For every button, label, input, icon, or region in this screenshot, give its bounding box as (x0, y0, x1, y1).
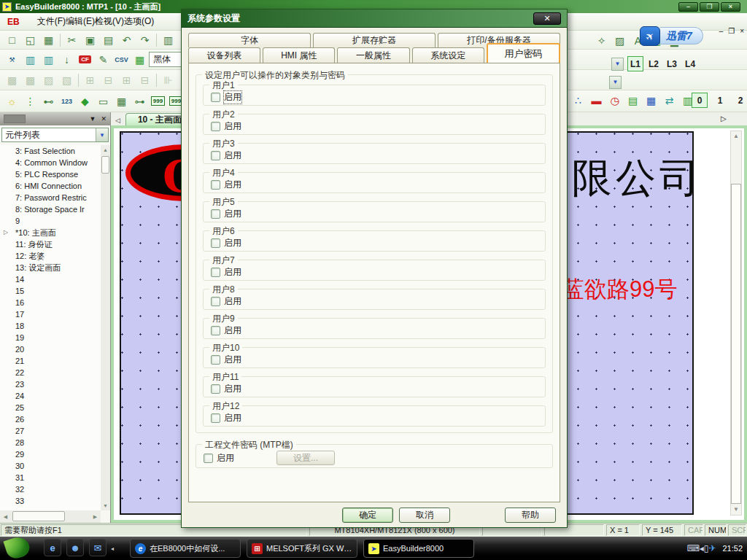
tree-item[interactable]: 19 (0, 332, 101, 343)
tree-item[interactable]: 5: PLC Response (0, 168, 101, 180)
minimize-button[interactable]: – (678, 2, 698, 12)
thunder7-widget[interactable]: ✈ 迅雷7 (640, 26, 703, 46)
alarm-display-button[interactable]: ◷ (605, 93, 624, 109)
enable-checkbox[interactable] (211, 122, 220, 131)
tree-item[interactable]: 27 (0, 425, 101, 437)
panel-close-icon[interactable]: ✕ (101, 115, 107, 122)
align-center-button[interactable]: ⊟ (99, 72, 117, 88)
tools-button[interactable]: ⚒ (3, 52, 21, 68)
tray-thunder-icon[interactable]: ✈ (708, 543, 716, 553)
edit-button[interactable]: ✎ (94, 52, 112, 68)
scroll-right-icon[interactable]: ▶ (90, 510, 101, 523)
state-combo[interactable]: ▼ (609, 76, 622, 89)
ungroup-button[interactable]: ▩ (21, 72, 39, 88)
table-button[interactable]: ▦ (131, 52, 149, 68)
tree-item[interactable]: 4: Common Window (0, 157, 101, 168)
tree-item[interactable]: 6: HMI Connection (0, 180, 101, 192)
scheduler-button[interactable]: ▦ (642, 93, 660, 109)
menu-view[interactable]: 检视(V) (95, 16, 124, 26)
enable-label[interactable]: 启用 (224, 208, 241, 220)
tab-general[interactable]: 一般属性 (337, 47, 409, 63)
layer-button[interactable]: L4 (682, 56, 698, 71)
address-text-object[interactable]: 蓝欲路99号 (562, 274, 677, 305)
enable-checkbox[interactable] (211, 384, 220, 394)
task-browser[interactable]: e 在EB8000中如何设... (130, 539, 241, 558)
tree-item[interactable]: 28 (0, 437, 101, 448)
redo-button[interactable]: ↷ (136, 32, 154, 48)
enable-checkbox[interactable] (211, 355, 220, 365)
thunder-bird-icon[interactable]: ✈ (640, 26, 660, 46)
mdi-restore-button[interactable]: ❐ (728, 27, 735, 35)
tree-item[interactable]: 7: Password Restric (0, 192, 101, 203)
tree-item[interactable]: 8: Storage Space Ir (0, 203, 101, 215)
cancel-button[interactable]: 取消 (399, 508, 450, 523)
layer-button[interactable]: L1 (627, 56, 643, 71)
print-button[interactable]: ▥ (159, 32, 177, 48)
separator[interactable] (76, 72, 81, 88)
task-melsoft[interactable]: ⊞ MELSOFT系列 GX Wo... (247, 539, 357, 558)
tree-item[interactable]: 11: 身份证 (0, 238, 101, 250)
tree-item[interactable]: 18 (0, 320, 101, 332)
tree-item[interactable]: 23 (0, 378, 101, 390)
simulate-button[interactable]: ▥ (39, 52, 58, 68)
state-button[interactable]: 2 (732, 93, 747, 108)
mdi-minimize-button[interactable]: – (719, 27, 724, 35)
tab-font[interactable]: 字体 (188, 33, 311, 47)
scroll-up-icon[interactable]: ▲ (101, 145, 110, 155)
new-button[interactable]: □ (3, 32, 21, 48)
set-word-button[interactable]: 123 (58, 93, 76, 109)
data-transfer-button[interactable]: ⇄ (660, 93, 678, 109)
csv-export-button[interactable]: CSV (112, 52, 131, 68)
word-lamp-button[interactable]: ⋮ (21, 93, 39, 109)
tree-item[interactable]: 20 (0, 343, 101, 355)
quicklaunch-expand-icon[interactable]: ◂ (111, 545, 114, 552)
state-button[interactable]: 1 (712, 93, 728, 108)
enable-checkbox[interactable] (211, 151, 220, 160)
enable-label[interactable]: 启用 (224, 354, 241, 366)
enable-label[interactable]: 启用 (224, 237, 241, 249)
dialog-titlebar[interactable]: 系统参数设置 ✕ (182, 9, 567, 28)
scroll-thumb[interactable] (101, 156, 109, 174)
close-button[interactable]: × (721, 2, 740, 12)
layer-button[interactable]: L2 (646, 56, 662, 71)
enable-label[interactable]: 启用 (224, 149, 241, 162)
tab-device-list[interactable]: 设备列表 (188, 47, 260, 63)
function-key-button[interactable]: ◆ (76, 93, 94, 109)
restore-button[interactable]: ❐ (700, 2, 719, 12)
layer-button[interactable]: L3 (664, 56, 680, 71)
tree-item[interactable]: 13: 设定画面 (0, 262, 101, 273)
layer-back-button[interactable]: ▧ (58, 72, 76, 88)
enable-label[interactable]: 启用 (224, 120, 241, 133)
menu-option[interactable]: 选项(O) (124, 16, 154, 26)
tree-item[interactable]: 9 (0, 215, 101, 227)
tree-item[interactable]: ▷*10: 主画面 (0, 227, 101, 238)
tree-item[interactable]: 17 (0, 308, 101, 320)
copy-button[interactable]: ▣ (81, 32, 99, 48)
slide-switch-button[interactable]: ⊶ (131, 93, 149, 109)
paste-button[interactable]: ▤ (99, 32, 117, 48)
quicklaunch-ie-icon[interactable]: e (44, 539, 61, 556)
tree-item[interactable]: 3: Fast Selection (0, 145, 101, 157)
enable-checkbox[interactable] (204, 454, 213, 463)
tree-item[interactable]: 25 (0, 402, 101, 413)
panel-view-combo[interactable]: 元件列表 ▼ (1, 128, 109, 142)
hatch-icon[interactable]: ▨ (611, 33, 629, 49)
numeric-input-button[interactable]: ▦ (112, 93, 131, 109)
separator[interactable] (154, 72, 159, 88)
align-right-button[interactable]: ⊞ (117, 72, 136, 88)
tree-item[interactable]: 32 (0, 483, 101, 495)
state-button[interactable]: 0 (692, 93, 708, 108)
download-button[interactable]: ↓ (58, 52, 76, 68)
undo-button[interactable]: ↶ (117, 32, 136, 48)
help-button[interactable]: 帮助 (505, 508, 556, 523)
distribute-button[interactable]: ⊪ (159, 72, 177, 88)
compile-button[interactable]: ▥ (21, 52, 39, 68)
tree-item[interactable]: 22 (0, 367, 101, 378)
scroll-thumb[interactable] (731, 184, 741, 504)
scroll-down-icon[interactable]: ▼ (731, 505, 741, 515)
event-log-button[interactable]: ▤ (624, 93, 642, 109)
align-top-button[interactable]: ⊟ (136, 72, 154, 88)
start-button[interactable] (3, 534, 31, 560)
tree-item[interactable]: 33 (0, 495, 101, 507)
scroll-left-icon[interactable]: ◀ (0, 510, 11, 523)
